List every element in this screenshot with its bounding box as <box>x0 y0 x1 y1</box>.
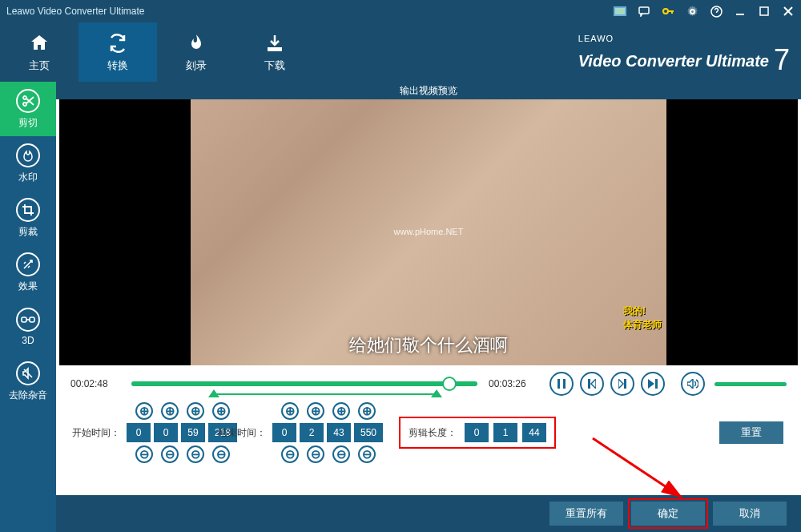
brand-version: 7 <box>774 43 790 77</box>
start-h-plus[interactable]: ⊕ <box>135 402 153 420</box>
scissors-icon <box>16 89 40 113</box>
end-s-plus[interactable]: ⊕ <box>332 402 350 420</box>
seek-bar[interactable] <box>131 370 477 397</box>
svg-rect-10 <box>30 317 34 322</box>
tool-watermark-label: 水印 <box>18 171 38 184</box>
svg-rect-2 <box>639 7 649 14</box>
start-s-minus[interactable]: ⊖ <box>187 445 204 463</box>
watermark-icon <box>16 143 40 167</box>
start-ms-minus[interactable]: ⊖ <box>212 445 230 463</box>
home-icon <box>27 31 51 55</box>
convert-icon <box>106 31 130 55</box>
minimize-icon[interactable] <box>734 5 747 18</box>
video-subtitle: 给她们敬个什么酒啊 <box>191 333 666 357</box>
video-watermark-center: www.pHome.NET <box>394 227 464 236</box>
pause-button[interactable] <box>549 372 574 396</box>
help-icon[interactable] <box>710 5 723 18</box>
svg-rect-14 <box>624 379 626 389</box>
end-ms-minus[interactable]: ⊖ <box>358 445 376 463</box>
download-icon <box>263 31 287 55</box>
tool-watermark[interactable]: 水印 <box>0 136 56 191</box>
trim-range-indicator[interactable] <box>208 391 442 397</box>
reset-all-button[interactable]: 重置所有 <box>549 502 623 526</box>
mark-out-button[interactable] <box>610 372 634 396</box>
video-watermark-corner: 我的! 体育老师 <box>623 304 662 332</box>
length-h-value: 0 <box>465 423 489 442</box>
start-m-minus[interactable]: ⊖ <box>161 445 179 463</box>
end-h-value[interactable]: 0 <box>272 423 296 442</box>
svg-point-8 <box>23 103 26 106</box>
brand-leawo: LEAWO <box>578 34 790 43</box>
reset-button[interactable]: 重置 <box>719 421 783 444</box>
nav-burn-label: 刻录 <box>186 58 207 73</box>
nav-download[interactable]: 下载 <box>235 22 314 82</box>
svg-point-3 <box>663 9 668 14</box>
length-s-value: 44 <box>522 423 546 442</box>
preview-header: 输出视频预览 <box>56 82 801 99</box>
clip-length-label: 剪辑长度： <box>409 426 457 440</box>
end-s-minus[interactable]: ⊖ <box>332 445 350 463</box>
denoise-icon <box>16 361 40 385</box>
start-time-label: 开始时间： <box>72 426 120 440</box>
end-time-label: 结束时间： <box>218 426 266 440</box>
maximize-icon[interactable] <box>758 5 771 18</box>
app-title: Leawo Video Converter Ultimate <box>6 6 614 17</box>
end-m-minus[interactable]: ⊖ <box>307 445 324 463</box>
crop-icon <box>16 198 40 222</box>
end-ms-plus[interactable]: ⊕ <box>358 402 376 420</box>
volume-button[interactable] <box>681 372 705 396</box>
ok-button[interactable]: 确定 <box>631 502 705 526</box>
svg-rect-6 <box>268 47 282 51</box>
start-ms-plus[interactable]: ⊕ <box>212 402 230 420</box>
time-current: 00:02:48 <box>70 378 120 389</box>
time-end: 00:03:26 <box>489 378 538 389</box>
svg-rect-1 <box>615 8 625 14</box>
end-m-plus[interactable]: ⊕ <box>307 402 324 420</box>
tool-trim[interactable]: 剪切 <box>0 82 56 136</box>
video-preview[interactable]: www.pHome.NET 我的! 体育老师 给她们敬个什么酒啊 <box>59 99 798 365</box>
start-m-value[interactable]: 0 <box>154 423 178 442</box>
tool-3d[interactable]: 3D <box>0 300 56 354</box>
nav-home[interactable]: 主页 <box>0 22 78 82</box>
svg-rect-5 <box>760 7 768 15</box>
seek-thumb[interactable] <box>442 377 457 391</box>
cancel-button[interactable]: 取消 <box>713 502 787 526</box>
mark-in-button[interactable] <box>580 372 604 396</box>
svg-rect-13 <box>588 379 590 389</box>
next-frame-button[interactable] <box>641 372 665 396</box>
svg-rect-12 <box>563 379 566 389</box>
nav-burn[interactable]: 刻录 <box>157 22 235 82</box>
nav-convert[interactable]: 转换 <box>78 22 157 82</box>
brand-block: LEAWO Video Converter Ultimate7 <box>578 34 790 77</box>
end-s-value[interactable]: 43 <box>327 423 351 442</box>
start-m-plus[interactable]: ⊕ <box>161 402 179 420</box>
volume-slider[interactable] <box>714 382 787 386</box>
nav-home-label: 主页 <box>29 58 50 73</box>
start-h-minus[interactable]: ⊖ <box>135 445 153 463</box>
end-m-value[interactable]: 2 <box>300 423 324 442</box>
end-h-minus[interactable]: ⊖ <box>281 445 299 463</box>
tool-effect[interactable]: 效果 <box>0 245 56 300</box>
thumbnail-icon[interactable] <box>614 5 626 18</box>
tool-crop-label: 剪裁 <box>18 225 38 239</box>
svg-rect-9 <box>22 317 26 322</box>
end-h-plus[interactable]: ⊕ <box>281 402 299 420</box>
start-h-value[interactable]: 0 <box>127 423 151 442</box>
clip-length-highlight: 剪辑长度： 0 1 44 <box>399 417 556 449</box>
start-s-value[interactable]: 59 <box>181 423 205 442</box>
close-icon[interactable] <box>782 5 795 18</box>
tool-3d-label: 3D <box>22 335 34 346</box>
nav-convert-label: 转换 <box>107 58 128 73</box>
tool-denoise[interactable]: 去除杂音 <box>0 354 56 409</box>
effect-icon <box>16 252 40 276</box>
svg-point-7 <box>23 96 26 99</box>
tool-crop[interactable]: 剪裁 <box>0 191 56 245</box>
glasses-3d-icon <box>16 308 40 332</box>
end-ms-value[interactable]: 550 <box>354 423 383 442</box>
tool-effect-label: 效果 <box>18 280 38 293</box>
key-icon[interactable] <box>662 5 674 18</box>
brand-name: Video Converter Ultimate <box>578 52 769 70</box>
gear-icon[interactable] <box>686 5 698 18</box>
message-icon[interactable] <box>638 5 650 18</box>
start-s-plus[interactable]: ⊕ <box>187 402 204 420</box>
